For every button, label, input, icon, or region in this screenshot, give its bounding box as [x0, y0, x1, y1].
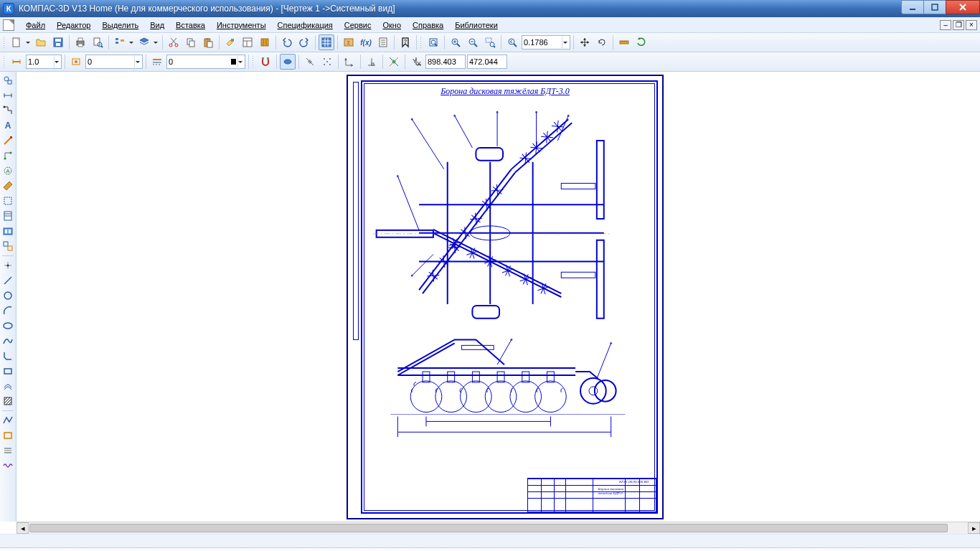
local-cs-button[interactable]: [341, 54, 357, 70]
redo-button[interactable]: [296, 34, 312, 50]
zoom-fit-button[interactable]: [425, 34, 441, 50]
rect2-button[interactable]: [1, 428, 15, 443]
point-button[interactable]: [1, 258, 15, 273]
ortho-button[interactable]: [280, 54, 296, 70]
offset-button[interactable]: [1, 379, 15, 393]
rect-button[interactable]: [1, 364, 15, 378]
designation-button[interactable]: [1, 103, 15, 118]
scroll-thumb[interactable]: [29, 524, 948, 532]
geometry-button[interactable]: [1, 73, 15, 88]
coord-x-field[interactable]: [425, 55, 466, 69]
mdi-restore-button[interactable]: ❐: [953, 20, 964, 30]
scale-input[interactable]: [28, 57, 54, 66]
menu-libs[interactable]: Библиотеки: [449, 19, 504, 31]
style1-dropdown[interactable]: [134, 54, 141, 70]
new-button[interactable]: [9, 34, 24, 50]
menu-window[interactable]: Окно: [377, 19, 407, 31]
menu-tools[interactable]: Инструменты: [211, 19, 272, 31]
maximize-button[interactable]: [923, 0, 946, 14]
scroll-right-button[interactable]: ▸: [968, 522, 980, 534]
chamfer-button[interactable]: [1, 349, 15, 363]
rotate-button[interactable]: [594, 34, 610, 50]
snap-near-button[interactable]: [302, 54, 318, 70]
wavy-button[interactable]: [1, 458, 15, 473]
perpendicular-button[interactable]: [364, 54, 380, 70]
polyline-button[interactable]: [1, 413, 15, 428]
zoom-window-button[interactable]: [482, 34, 498, 50]
style2-combo[interactable]: [166, 55, 245, 69]
scale-dropdown[interactable]: [54, 54, 60, 70]
format-painter-button[interactable]: [222, 34, 238, 50]
coord-y-input[interactable]: [469, 57, 505, 66]
ellipse-button[interactable]: [1, 319, 15, 333]
text-button[interactable]: A: [1, 118, 15, 133]
menu-service[interactable]: Сервис: [339, 19, 377, 31]
pan-button[interactable]: [577, 34, 593, 50]
layers-dropdown[interactable]: [152, 34, 159, 50]
coord-x-input[interactable]: [428, 57, 463, 66]
mdi-close-button[interactable]: ×: [966, 20, 977, 30]
undo-button[interactable]: [279, 34, 295, 50]
grid-toggle-button[interactable]: [319, 34, 334, 50]
scroll-left-button[interactable]: ◂: [17, 522, 29, 534]
select-button[interactable]: [1, 194, 15, 208]
canvas[interactable]: Борона дисковая тяжёлая БДТ-3.0: [17, 72, 980, 522]
toolbar-grip[interactable]: [3, 55, 6, 68]
style2-input[interactable]: [169, 57, 230, 66]
menu-select[interactable]: Выделить: [96, 19, 144, 31]
new-dropdown[interactable]: [24, 34, 32, 50]
menu-editor[interactable]: Редактор: [51, 19, 96, 31]
properties-button[interactable]: [240, 34, 255, 50]
snap-toggle-button[interactable]: [9, 54, 24, 70]
variables-button[interactable]: Σ: [341, 34, 357, 50]
reports-button[interactable]: [1, 224, 15, 238]
save-button[interactable]: [50, 34, 66, 50]
spec-button[interactable]: [1, 209, 15, 223]
zoom-dropdown[interactable]: [562, 34, 568, 50]
spline-button[interactable]: [1, 334, 15, 348]
menu-file[interactable]: Файл: [20, 19, 51, 31]
coord-y-field[interactable]: [467, 55, 507, 69]
menu-insert[interactable]: Вставка: [170, 19, 211, 31]
insert-button[interactable]: [1, 239, 15, 253]
zoom-out-button[interactable]: [465, 34, 481, 50]
toolbar-grip[interactable]: [252, 55, 255, 68]
multiline-button[interactable]: [1, 443, 15, 458]
arc-button[interactable]: [1, 303, 15, 318]
paste-button[interactable]: [200, 34, 216, 50]
dimension-button[interactable]: [1, 88, 15, 103]
snap-auto-button[interactable]: [386, 54, 402, 70]
style2-dropdown[interactable]: [237, 54, 243, 70]
help-button[interactable]: ?: [397, 34, 413, 50]
edit-button[interactable]: [1, 133, 15, 148]
library-button[interactable]: [257, 34, 273, 50]
print-button[interactable]: [72, 34, 88, 50]
close-button[interactable]: [946, 0, 980, 14]
minimize-button[interactable]: [901, 0, 924, 14]
magnet-button[interactable]: [258, 54, 273, 70]
report-button[interactable]: [375, 34, 391, 50]
style1-combo[interactable]: [85, 55, 143, 69]
cut-button[interactable]: [166, 34, 182, 50]
parametrize-button[interactable]: [1, 149, 15, 163]
menu-spec[interactable]: Спецификация: [272, 19, 339, 31]
object-tree-button[interactable]: [112, 34, 128, 50]
toolbar-grip[interactable]: [420, 36, 423, 49]
zoom-in-button[interactable]: [448, 34, 463, 50]
zoom-combo[interactable]: [522, 35, 570, 50]
layers-button[interactable]: [136, 34, 152, 50]
line-button[interactable]: [1, 273, 15, 288]
linestyle-button[interactable]: [149, 54, 165, 70]
refresh-button[interactable]: [633, 34, 649, 50]
toolbar-grip[interactable]: [3, 36, 6, 49]
document-icon[interactable]: [3, 19, 14, 31]
print-preview-button[interactable]: [90, 34, 105, 50]
measure-button[interactable]: [616, 34, 632, 50]
style1-input[interactable]: [88, 57, 134, 66]
scale-combo[interactable]: [26, 55, 62, 69]
zoom-prev-button[interactable]: [504, 34, 520, 50]
tree-dropdown[interactable]: [128, 34, 135, 50]
circle-button[interactable]: [1, 288, 15, 303]
menu-help[interactable]: Справка: [407, 19, 449, 31]
h-scrollbar[interactable]: ◂ ▸: [17, 522, 980, 534]
